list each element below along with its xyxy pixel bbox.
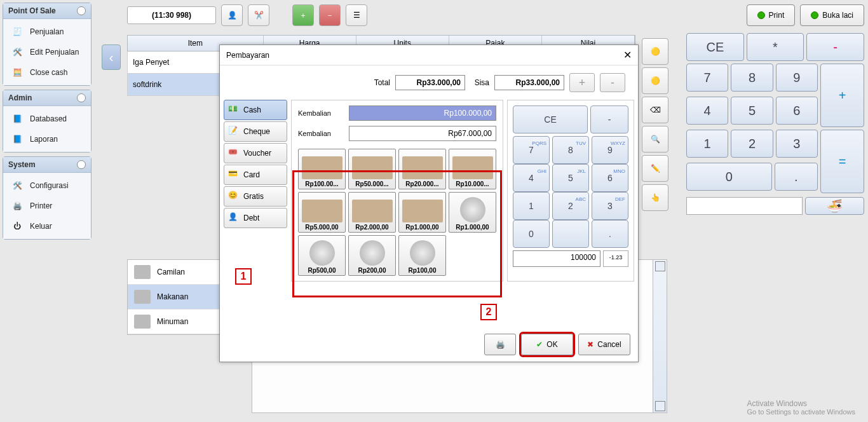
pk-key[interactable]: 3DEF (592, 192, 628, 220)
key-5[interactable]: 5 (731, 97, 773, 125)
key-3[interactable]: 3 (776, 130, 818, 158)
panel-title: System (8, 160, 36, 169)
key-8[interactable]: 8 (731, 64, 773, 92)
keypad-enter-button[interactable]: 🍜 (805, 197, 864, 215)
panel-header-pos[interactable]: Point Of Sale (3, 3, 91, 19)
pk-key[interactable]: 4GHI (513, 164, 550, 192)
denom-button[interactable]: Rp20.000... (398, 149, 446, 189)
toolbar-btn-list[interactable]: ☰ (346, 4, 367, 26)
denom-button[interactable]: Rp100,00 (398, 235, 446, 276)
panel-header-system[interactable]: System (3, 157, 91, 173)
total-label: Total (352, 78, 390, 87)
denom-button[interactable]: Rp50.000... (348, 149, 396, 189)
key-7[interactable]: 7 (686, 64, 728, 92)
pk-key[interactable]: . (592, 220, 628, 248)
key-ce[interactable]: CE (686, 33, 744, 61)
panel-title: Point Of Sale (8, 6, 56, 15)
key-minus[interactable]: - (806, 33, 864, 61)
denom-button[interactable]: Rp5.000,00 (298, 192, 346, 233)
sisa-value (494, 75, 564, 90)
pk-key[interactable]: 2ABC (552, 192, 589, 220)
tools-icon: 🛠️ (10, 179, 25, 192)
key-9[interactable]: 9 (776, 64, 818, 92)
toolbar-btn-add[interactable]: ＋ (292, 4, 314, 26)
btn-delete[interactable]: ⌫ (642, 97, 668, 123)
tab-voucher[interactable]: 🎟️Voucher (224, 143, 287, 163)
menu-keluar[interactable]: ⏻Keluar (3, 216, 91, 236)
pk-key[interactable]: 1 (513, 192, 550, 220)
check-icon: ✔ (536, 340, 543, 349)
tab-cheque[interactable]: 📝Cheque (224, 121, 287, 142)
report-icon: 📘 (10, 133, 25, 146)
denom-button[interactable]: Rp1.000,00 (398, 192, 446, 233)
tab-debt[interactable]: 👤Debt (224, 208, 287, 228)
denom-label: Rp100.00... (305, 180, 338, 187)
qty-minus-button[interactable]: - (600, 73, 625, 92)
menu-laporan[interactable]: 📘Laporan (3, 129, 91, 149)
tab-card[interactable]: 💳Card (224, 165, 287, 185)
close-icon[interactable]: ✕ (623, 49, 632, 61)
key-dot[interactable]: . (775, 163, 818, 191)
keypad-input-1[interactable] (686, 197, 803, 215)
banknote-icon (302, 156, 342, 179)
toolbar-btn-remove[interactable]: － (319, 4, 341, 26)
tab-cash[interactable]: 💵Cash (224, 100, 287, 120)
menu-printer[interactable]: 🖨️Printer (3, 196, 91, 216)
pk-key[interactable]: 0 (513, 220, 550, 248)
denom-label: Rp20.000... (405, 180, 438, 187)
btn-touch[interactable]: 👆 (642, 184, 668, 211)
scroll-up-icon[interactable] (655, 261, 665, 271)
cancel-button[interactable]: ✖Cancel (578, 334, 630, 355)
print-button[interactable]: Print (747, 4, 796, 26)
key-6[interactable]: 6 (776, 97, 818, 125)
menu-close-cash[interactable]: 🧮Close cash (3, 62, 91, 83)
pk-key[interactable]: 6MNO (592, 164, 628, 192)
key-star[interactable]: * (747, 33, 804, 61)
denom-button[interactable]: Rp1.000,00 (449, 192, 496, 233)
key-0[interactable]: 0 (686, 163, 772, 191)
scroll-down-icon[interactable] (655, 401, 665, 411)
payment-center-panel: Kembalian Rp100.000,00 Kembalian Rp67.00… (291, 100, 503, 282)
key-2[interactable]: 2 (731, 130, 773, 158)
denom-button[interactable]: Rp200,00 (348, 235, 396, 276)
btn-search[interactable]: 🔍 (642, 126, 668, 153)
menu-databased[interactable]: 📘Databased (3, 109, 91, 129)
qty-plus-button[interactable]: + (569, 73, 595, 92)
toolbar-btn-split[interactable]: ✂️ (248, 4, 269, 26)
denom-button[interactable]: Rp500,00 (298, 235, 346, 276)
menu-configurasi[interactable]: 🛠️Configurasi (3, 175, 91, 196)
denom-button[interactable]: Rp100.00... (298, 149, 346, 189)
collapse-icon[interactable] (77, 6, 86, 15)
collapse-icon[interactable] (77, 160, 86, 169)
pk-key[interactable]: 8TUV (552, 136, 589, 164)
pk-key[interactable]: 9WXYZ (592, 136, 628, 164)
btn-yellow-1[interactable]: 🟡 (642, 38, 668, 65)
pk-dash[interactable]: - (590, 106, 628, 133)
product-scrollbar[interactable] (653, 260, 667, 412)
panel-header-admin[interactable]: Admin (3, 90, 91, 106)
open-drawer-button[interactable]: Buka laci (800, 4, 864, 26)
pk-key[interactable]: 5JKL (552, 164, 589, 192)
ok-button[interactable]: ✔OK (521, 334, 573, 355)
key-4[interactable]: 4 (686, 97, 728, 125)
tab-gratis[interactable]: 😊Gratis (224, 186, 287, 207)
modal-print-button[interactable]: 🖨️ (484, 334, 516, 355)
category-icon (134, 265, 151, 279)
btn-edit[interactable]: ✏️ (642, 155, 668, 182)
key-equals[interactable]: = (820, 130, 864, 193)
key-1[interactable]: 1 (686, 130, 728, 158)
pk-key[interactable]: 7PQRS (513, 136, 550, 164)
toolbar-btn-customer[interactable]: 👤 (221, 4, 243, 26)
pk-key[interactable] (552, 220, 589, 248)
annotation-label-1: 1 (235, 268, 252, 285)
menu-penjualan[interactable]: 🧾Penjualan (3, 22, 91, 42)
keypad-display[interactable]: 100000 (513, 250, 600, 267)
back-arrow-button[interactable]: ‹ (102, 44, 121, 70)
btn-yellow-2[interactable]: 🟡 (642, 67, 668, 94)
pk-ce[interactable]: CE (513, 106, 588, 133)
key-plus[interactable]: + (820, 64, 864, 127)
denom-button[interactable]: Rp2.000,00 (348, 192, 396, 233)
menu-edit-penjualan[interactable]: 🛠️Edit Penjualan (3, 42, 91, 62)
denom-button[interactable]: Rp10.000... (449, 149, 496, 189)
collapse-icon[interactable] (77, 93, 86, 102)
